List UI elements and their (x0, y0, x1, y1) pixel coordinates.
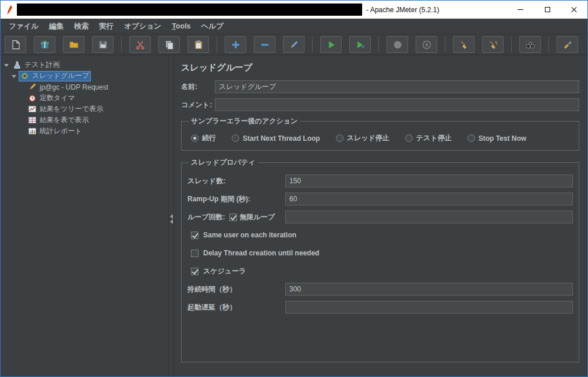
stop-button[interactable] (387, 36, 408, 53)
edit-button[interactable] (283, 36, 304, 53)
menu-bar: ファイル編集検索実行オプションToolsヘルプ (1, 19, 587, 34)
menu-item-help[interactable]: ヘルプ (196, 19, 229, 34)
copy-button[interactable] (158, 36, 180, 53)
templates-icon (40, 40, 50, 50)
search-reset-icon (562, 40, 573, 50)
splitter-collapse-icon[interactable] (169, 214, 173, 225)
thread-count-input[interactable] (285, 175, 573, 187)
toolbar (1, 34, 587, 55)
test-plan-icon (13, 61, 22, 69)
remove-icon (260, 40, 270, 50)
startup-delay-input[interactable] (285, 301, 573, 314)
open-button[interactable] (63, 36, 84, 53)
twisty-spacer (18, 84, 25, 91)
rampup-input[interactable] (285, 193, 573, 205)
tree-item[interactable]: スレッドグループ (1, 70, 168, 81)
radio-option-start-next-loop[interactable]: Start Next Thread Loop (232, 134, 320, 143)
window-controls (507, 1, 587, 19)
new-plan-button[interactable] (5, 36, 26, 53)
toolbar-separator (378, 37, 379, 52)
save-button[interactable] (92, 36, 114, 53)
save-icon (98, 40, 108, 50)
jmeter-app-icon (5, 5, 16, 15)
cut-button[interactable] (129, 36, 151, 53)
page-title: スレッドグループ (181, 62, 579, 73)
thread-properties-title: スレッドプロパティ (189, 158, 258, 168)
thread-count-label: スレッド数: (187, 176, 285, 186)
radio-circle-stop-test-now[interactable] (467, 134, 475, 142)
radio-option-continue[interactable]: 続行 (191, 133, 216, 143)
infinite-loop-checkbox[interactable] (229, 214, 237, 221)
paste-button[interactable] (187, 36, 209, 53)
radio-circle-start-next-loop[interactable] (232, 134, 239, 142)
tree-item[interactable]: 定数タイマ (1, 93, 168, 104)
startup-delay-label: 起動遅延（秒） (187, 303, 285, 312)
shutdown-icon (421, 40, 432, 50)
name-label: 名前: (181, 82, 215, 92)
comment-input[interactable] (215, 98, 579, 111)
start-no-pauses-button[interactable] (349, 36, 371, 53)
delay-thread-creation-label: Delay Thread creation until needed (203, 249, 319, 257)
same-user-checkbox[interactable] (191, 232, 199, 239)
search-button[interactable] (519, 36, 541, 53)
duration-input[interactable] (285, 283, 573, 296)
sampler-error-action-title: サンプラーエラー後のアクション (189, 116, 300, 126)
tree-item-label: 統計レポート (40, 126, 82, 136)
comment-label: コメント: (181, 100, 215, 110)
toolbar-separator (511, 37, 512, 52)
close-button[interactable] (561, 1, 587, 19)
remove-button[interactable] (254, 36, 275, 53)
radio-option-stop-thread[interactable]: スレッド停止 (336, 133, 389, 143)
expand-toggle-icon[interactable] (10, 73, 17, 80)
radio-circle-continue[interactable] (191, 134, 199, 142)
radio-label-stop-test: テスト停止 (416, 133, 452, 143)
radio-option-stop-test[interactable]: テスト停止 (405, 133, 452, 143)
tree-item-label: jp@gc - UDP Request (40, 83, 108, 91)
templates-button[interactable] (34, 36, 55, 53)
radio-circle-stop-thread[interactable] (336, 134, 343, 142)
loop-count-input[interactable] (285, 211, 573, 223)
start-button[interactable] (320, 36, 342, 53)
radio-option-stop-test-now[interactable]: Stop Test Now (467, 134, 526, 143)
twisty-spacer (18, 117, 25, 124)
menu-item-search[interactable]: 検索 (69, 19, 94, 34)
add-button[interactable] (225, 36, 246, 53)
menu-item-run[interactable]: 実行 (94, 19, 119, 34)
menu-item-options[interactable]: オプション (119, 19, 167, 34)
name-input[interactable] (215, 80, 579, 93)
menu-item-tools[interactable]: Tools (167, 19, 196, 34)
view-results-tree-icon (28, 105, 37, 113)
clear-all-button[interactable] (482, 36, 504, 53)
same-user-label: Same user on each iteration (203, 231, 296, 239)
sampler-error-action-group: サンプラーエラー後のアクション 続行Start Next Thread Loop… (181, 116, 579, 151)
duration-label: 持続時間（秒） (187, 284, 285, 294)
tree-item[interactable]: 結果をツリーで表示 (1, 104, 168, 115)
tree-item[interactable]: jp@gc - UDP Request (1, 81, 168, 93)
loop-count-label-group: ループ回数: 無限ループ (187, 212, 285, 222)
delay-thread-creation-checkbox[interactable] (191, 250, 199, 257)
tree-item[interactable]: テスト計画 (1, 59, 168, 70)
tree-node-content: 定数タイマ (26, 93, 77, 104)
scheduler-checkbox[interactable] (191, 268, 199, 275)
content-area: テスト計画スレッドグループjp@gc - UDP Request定数タイマ結果を… (1, 55, 587, 376)
clear-button[interactable] (453, 36, 474, 53)
expand-toggle-icon[interactable] (3, 62, 10, 69)
tree-item[interactable]: 統計レポート (1, 126, 168, 137)
constant-timer-icon (28, 94, 37, 102)
radio-circle-stop-test[interactable] (405, 134, 413, 142)
view-results-table-icon (28, 116, 37, 125)
search-reset-button[interactable] (557, 36, 578, 53)
tree-node-content: jp@gc - UDP Request (26, 82, 110, 93)
toolbar-separator (121, 37, 122, 52)
menu-item-file[interactable]: ファイル (3, 19, 44, 34)
add-icon (231, 40, 241, 50)
tree-item[interactable]: 結果を表で表示 (1, 115, 168, 126)
tree-panel: テスト計画スレッドグループjp@gc - UDP Request定数タイマ結果を… (1, 55, 168, 376)
menu-item-edit[interactable]: 編集 (44, 19, 69, 34)
shutdown-button[interactable] (416, 36, 437, 53)
maximize-button[interactable] (534, 1, 561, 19)
stop-icon (392, 40, 403, 50)
tree-node-content: スレッドグループ (19, 71, 91, 81)
panel-splitter[interactable] (168, 55, 174, 376)
minimize-button[interactable] (507, 1, 534, 19)
